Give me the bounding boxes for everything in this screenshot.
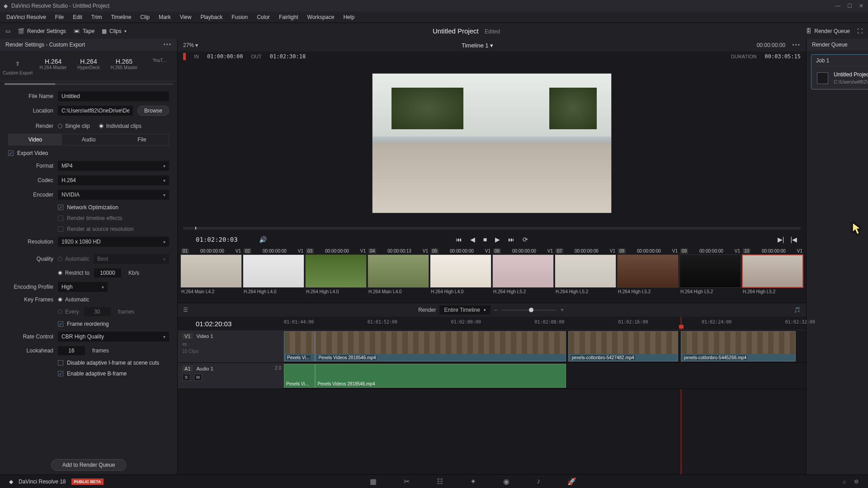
quality-restrict-radio[interactable]: Restrict to (58, 270, 90, 276)
fairlight-page-icon[interactable]: ♪ (537, 477, 540, 486)
kf-auto-radio[interactable]: Automatic (58, 296, 89, 303)
stop-button[interactable]: ■ (483, 236, 487, 243)
add-to-queue-button[interactable]: Add to Render Queue (51, 459, 127, 471)
edit-page-icon[interactable]: ☷ (437, 477, 443, 486)
timeline-ruler[interactable]: 01:01:44:0001:01:52:0001:02:00:0001:02:0… (284, 317, 806, 330)
menu-timeline[interactable]: Timeline (106, 14, 136, 20)
render-effects-check[interactable] (58, 216, 63, 221)
clip-item[interactable]: 1000:00:00:00V1H.264 High L5.2 (742, 248, 803, 303)
first-frame-button[interactable]: ⏮ (456, 236, 462, 243)
individual-clips-radio[interactable]: Individual clips (99, 123, 142, 129)
frame-reorder-check[interactable] (58, 321, 63, 327)
color-page-icon[interactable]: ◉ (503, 477, 509, 486)
render-queue-toggle[interactable]: 🗄 Render Queue (806, 28, 850, 34)
timeline-video-clip[interactable]: Pexels Vi... (284, 331, 315, 361)
menu-edit[interactable]: Edit (68, 14, 87, 20)
viewer-canvas[interactable] (178, 61, 806, 225)
clip-item[interactable]: 0600:00:00:00V1H.264 High L5.2 (492, 248, 554, 303)
menu-file[interactable]: File (51, 14, 68, 20)
lookahead-input[interactable] (58, 346, 85, 355)
audio-mixer-icon[interactable]: 🎵 (794, 307, 801, 313)
minimize-button[interactable]: — (835, 3, 841, 9)
render-settings-toggle[interactable]: 🎬 Render Settings (18, 28, 66, 34)
clips-toggle[interactable]: ▦ Clips ▾ (102, 28, 127, 34)
timeline-audio-clip[interactable]: Pexels Videos 2818546.mp4 (315, 364, 566, 388)
menu-view[interactable]: View (175, 14, 196, 20)
enable-bframe-check[interactable] (58, 371, 63, 376)
timeline-video-clip[interactable]: pexels-cottonbro-5427482.mp4 (568, 331, 678, 361)
home-icon[interactable]: ⌂ (843, 479, 846, 485)
preset-youtube[interactable]: YouT... (142, 55, 177, 81)
file-name-input[interactable] (58, 91, 169, 101)
format-select[interactable]: MP4 (58, 161, 169, 171)
menu-clip[interactable]: Clip (136, 14, 154, 20)
menu-playback[interactable]: Playback (196, 14, 227, 20)
preset-custom[interactable]: ⇪Custom Export (0, 55, 35, 81)
next-clip-button[interactable]: ▶| (778, 236, 784, 243)
zoom-slider[interactable] (502, 310, 556, 311)
viewer-timeline-name[interactable]: Timeline 1 ▾ (462, 42, 493, 49)
a1-track-body[interactable]: Pexels Vi...Pexels Videos 2818546.mp4 (284, 363, 806, 389)
net-opt-check[interactable] (58, 205, 63, 210)
project-settings-icon[interactable]: ⚙ (854, 479, 859, 485)
timeline-view-icon[interactable]: ☰ (183, 307, 188, 313)
zoom-out-button[interactable]: − (494, 307, 497, 313)
tab-file[interactable]: File (115, 134, 169, 145)
single-clip-radio[interactable]: Single clip (58, 123, 90, 129)
location-input[interactable] (58, 106, 133, 116)
menu-color[interactable]: Color (252, 14, 274, 20)
deliver-page-icon[interactable]: ▭ (5, 28, 10, 34)
quality-auto-radio[interactable]: Automatic (58, 256, 89, 262)
render-source-check[interactable] (58, 226, 63, 232)
cut-page-icon[interactable]: ✂ (404, 477, 410, 486)
tape-toggle[interactable]: 📼 Tape (73, 28, 94, 34)
tab-video[interactable]: Video (9, 134, 62, 145)
last-frame-button[interactable]: ⏭ (508, 236, 514, 243)
solo-button[interactable]: S (182, 374, 190, 381)
viewer-zoom[interactable]: 27% ▾ (183, 42, 198, 48)
mute-button[interactable]: M (194, 374, 202, 381)
menu-mark[interactable]: Mark (154, 14, 175, 20)
v1-track-body[interactable]: Pexels Vi...Pexels Videos 2818546.mp4pex… (284, 330, 806, 362)
fusion-page-icon[interactable]: ✦ (470, 477, 476, 486)
clip-item[interactable]: 0500:00:00:00V1H.264 High L4.0 (430, 248, 491, 303)
menu-workspace[interactable]: Workspace (303, 14, 339, 20)
tab-audio[interactable]: Audio (62, 134, 115, 145)
enc-profile-select[interactable]: High (58, 282, 108, 292)
timeline-video-clip[interactable]: Pexels Videos 2818546.mp4 (315, 331, 566, 361)
play-button[interactable]: ▶ (495, 236, 500, 243)
scrub-bar[interactable] (183, 227, 801, 230)
timeline-audio-clip[interactable]: Pexels Vi... (284, 364, 315, 388)
prev-clip-button[interactable]: |◀ (790, 236, 797, 243)
loop-button[interactable]: ⟳ (523, 236, 528, 243)
clip-item[interactable]: 0300:00:00:00V1H.264 High L4.0 (305, 248, 367, 303)
menu-davinci[interactable]: DaVinci Resolve (2, 14, 51, 20)
timeline-video-clip[interactable]: pexels-cottonbro-5445268.mp4 (681, 331, 796, 361)
clip-item[interactable]: 0400:00:00:13V1H.264 Main L4.0 (368, 248, 429, 303)
kf-every-radio[interactable]: Every (58, 309, 79, 315)
browse-button[interactable]: Browse (137, 106, 169, 116)
clip-item[interactable]: 0100:00:00:00V1H.264 Main L4.2 (180, 248, 242, 303)
close-button[interactable]: ✕ (858, 3, 864, 9)
menu-fusion[interactable]: Fusion (227, 14, 252, 20)
menu-trim[interactable]: Trim (87, 14, 107, 20)
menu-help[interactable]: Help (339, 14, 359, 20)
clip-item[interactable]: 0900:00:00:00V1H.264 High L5.2 (679, 248, 741, 303)
menu-fairlight[interactable]: Fairlight (274, 14, 303, 20)
clip-item[interactable]: 0200:00:00:00V1H.264 High L4.0 (243, 248, 304, 303)
resolution-select[interactable]: 868 x 488 HD (58, 237, 169, 247)
deliver-page-icon[interactable]: 🚀 (567, 477, 576, 486)
media-page-icon[interactable]: ▦ (370, 477, 377, 486)
step-back-button[interactable]: ◀ (470, 236, 475, 243)
track-enable-icon[interactable]: ▭ (182, 341, 187, 347)
zoom-in-button[interactable]: + (561, 307, 564, 313)
clip-item[interactable]: 0800:00:00:00V1H.264 High L5.2 (617, 248, 679, 303)
preset-h264-master[interactable]: H.264H.264 Master (35, 55, 71, 81)
bitrate-input[interactable] (94, 268, 121, 277)
preset-h265-master[interactable]: H.265H.265 Master (106, 55, 142, 81)
disable-iframe-check[interactable] (58, 360, 63, 366)
expand-icon[interactable]: ⛶ (857, 28, 863, 34)
maximize-button[interactable]: ☐ (846, 3, 853, 9)
panel-menu-icon[interactable]: ••• (163, 42, 172, 48)
preset-hyperdeck[interactable]: H.264HyperDeck (71, 55, 106, 81)
